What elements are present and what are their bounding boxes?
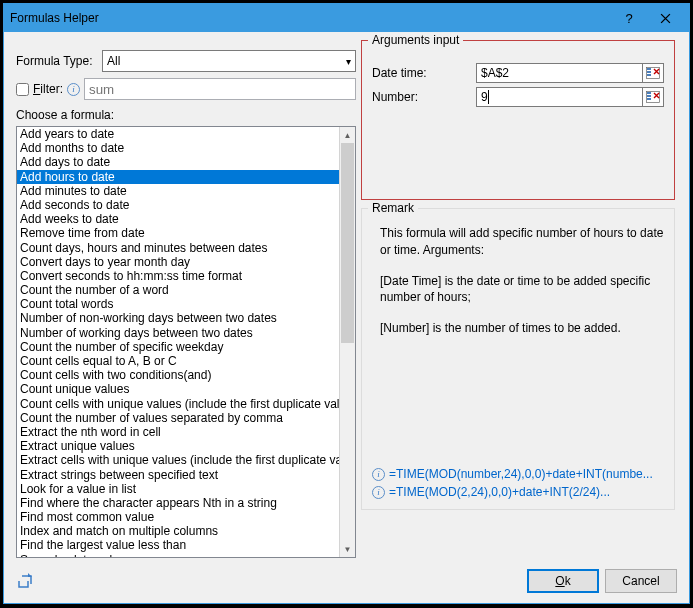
arg-input-datetime[interactable]: $A$2 [476, 63, 642, 83]
list-item[interactable]: Count total words [17, 297, 339, 311]
filter-checkbox[interactable] [16, 83, 29, 96]
list-item[interactable]: Add minutes to date [17, 184, 339, 198]
list-item[interactable]: Count unique values [17, 382, 339, 396]
scroll-thumb[interactable] [341, 143, 354, 343]
range-picker-button[interactable] [642, 87, 664, 107]
list-item[interactable]: Count the number of specific weekday [17, 340, 339, 354]
list-item[interactable]: Convert seconds to hh:mm:ss time format [17, 269, 339, 283]
list-item[interactable]: Remove time from date [17, 226, 339, 240]
list-item[interactable]: Convert days to year month day [17, 255, 339, 269]
remark-legend: Remark [368, 201, 418, 215]
info-icon[interactable]: i [372, 486, 385, 499]
list-item[interactable]: Count the number of values separated by … [17, 411, 339, 425]
svg-rect-2 [647, 71, 651, 73]
list-item[interactable]: Look for a value in list [17, 482, 339, 496]
choose-formula-label: Choose a formula: [16, 108, 356, 122]
list-item[interactable]: Add hours to date [17, 170, 339, 184]
list-item[interactable]: Add years to date [17, 127, 339, 141]
info-icon[interactable]: i [67, 83, 80, 96]
scroll-up-icon[interactable]: ▲ [340, 127, 355, 143]
cancel-button[interactable]: Cancel [605, 569, 677, 593]
chevron-down-icon: ▾ [346, 56, 351, 67]
list-item[interactable]: Add months to date [17, 141, 339, 155]
list-item[interactable]: Count the number of a word [17, 283, 339, 297]
list-item[interactable]: Add seconds to date [17, 198, 339, 212]
remark-p3: [Number] is the number of times to be ad… [372, 320, 664, 337]
formula-preview-1: =TIME(MOD(number,24),0,0)+date+INT(numbe… [389, 467, 653, 481]
remark-p1: This formula will add specific number of… [372, 225, 664, 259]
list-item[interactable]: Index and match on multiple columns [17, 524, 339, 538]
scrollbar[interactable]: ▲ ▼ [339, 127, 355, 557]
arg-label-number: Number: [372, 90, 476, 104]
list-item[interactable]: Count cells equal to A, B or C [17, 354, 339, 368]
share-icon[interactable] [16, 572, 34, 590]
list-item[interactable]: Number of working days between two dates [17, 326, 339, 340]
list-item[interactable]: Count cells with unique values (include … [17, 397, 339, 411]
list-item[interactable]: Extract unique values [17, 439, 339, 453]
arg-input-number[interactable]: 9 [476, 87, 642, 107]
formula-listbox[interactable]: Add years to dateAdd months to dateAdd d… [16, 126, 356, 558]
formula-type-combo[interactable]: All ▾ [102, 50, 356, 72]
svg-rect-7 [647, 98, 651, 100]
filter-input[interactable] [84, 78, 356, 100]
arguments-legend: Arguments input [368, 33, 463, 47]
list-item[interactable]: Add weeks to date [17, 212, 339, 226]
formula-type-label: Formula Type: [16, 54, 102, 68]
range-picker-button[interactable] [642, 63, 664, 83]
svg-rect-1 [647, 68, 651, 70]
formula-type-value: All [107, 54, 120, 68]
list-item[interactable]: Number of non-working days between two d… [17, 311, 339, 325]
list-item[interactable]: Find most common value [17, 510, 339, 524]
list-item[interactable]: Count cells with two conditions(and) [17, 368, 339, 382]
svg-rect-5 [647, 92, 651, 94]
remark-p2: [Date Time] is the date or time to be ad… [372, 273, 664, 307]
info-icon[interactable]: i [372, 468, 385, 481]
arg-label-datetime: Date time: [372, 66, 476, 80]
help-button[interactable]: ? [611, 6, 647, 30]
filter-label: Filter: [33, 82, 63, 96]
list-item[interactable]: Extract the nth word in cell [17, 425, 339, 439]
window-title: Formulas Helper [10, 11, 611, 25]
ok-button[interactable]: Ok [527, 569, 599, 593]
remark-fieldset: Remark This formula will add specific nu… [361, 208, 675, 510]
list-item[interactable]: Find the largest value less than [17, 538, 339, 552]
svg-rect-3 [647, 74, 651, 76]
close-button[interactable] [647, 6, 683, 30]
list-item[interactable]: Count days, hours and minutes between da… [17, 241, 339, 255]
dialog-window: Formulas Helper ? Formula Type: All ▾ Fi… [3, 3, 690, 604]
list-item[interactable]: Extract strings between specified text [17, 468, 339, 482]
list-item[interactable]: Sum absolute values [17, 553, 339, 557]
scroll-down-icon[interactable]: ▼ [340, 541, 355, 557]
list-item[interactable]: Add days to date [17, 155, 339, 169]
list-item[interactable]: Extract cells with unique values (includ… [17, 453, 339, 467]
titlebar: Formulas Helper ? [4, 4, 689, 32]
list-item[interactable]: Find where the character appears Nth in … [17, 496, 339, 510]
svg-rect-6 [647, 95, 651, 97]
formula-preview-2: =TIME(MOD(2,24),0,0)+date+INT(2/24)... [389, 485, 610, 499]
arguments-fieldset: Arguments input Date time: $A$2 Number: … [361, 40, 675, 200]
